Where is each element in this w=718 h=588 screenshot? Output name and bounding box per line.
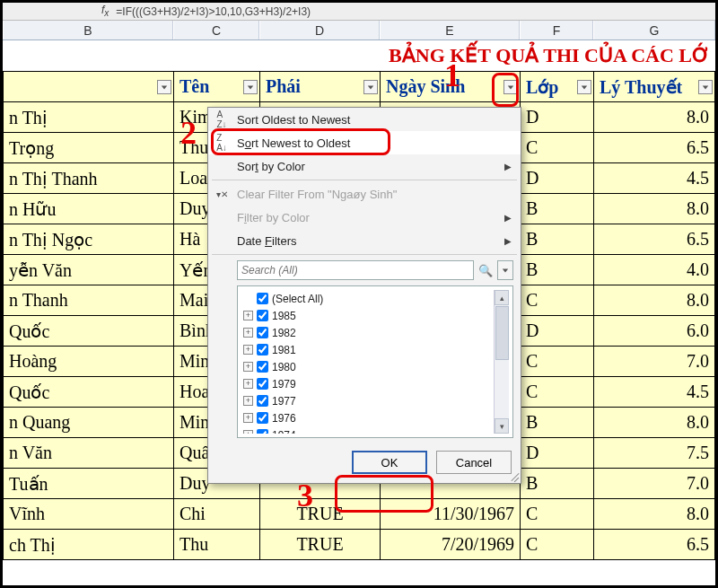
expand-icon[interactable]: + bbox=[243, 362, 253, 372]
search-icon[interactable]: 🔍 bbox=[477, 264, 494, 277]
cell[interactable]: 4.0 bbox=[594, 255, 715, 285]
scroll-down-icon[interactable]: ▾ bbox=[495, 418, 509, 434]
expand-icon[interactable]: + bbox=[243, 396, 253, 406]
cell[interactable]: 7.5 bbox=[594, 438, 715, 469]
cell[interactable]: 8.0 bbox=[594, 102, 715, 133]
filter-btn-b[interactable] bbox=[157, 80, 171, 94]
resize-handle-icon[interactable] bbox=[508, 470, 519, 481]
filter-checkbox[interactable] bbox=[257, 327, 268, 338]
cell[interactable]: Chi bbox=[174, 499, 260, 530]
cell[interactable]: 8.0 bbox=[594, 408, 715, 438]
filter-btn-lythuyet[interactable] bbox=[698, 80, 713, 94]
header-ten[interactable]: Tên bbox=[174, 72, 260, 102]
table-row[interactable]: VĩnhChiTRUE11/30/1967C8.0 bbox=[4, 499, 715, 530]
filter-value-item[interactable]: +1981 bbox=[241, 341, 494, 358]
sort-by-color-item[interactable]: Sort by Color ▶ bbox=[208, 154, 521, 178]
sort-newest-item[interactable]: ZA↓ Sort Newest to Oldest bbox=[208, 131, 521, 154]
filter-value-item[interactable]: +1977 bbox=[241, 392, 494, 409]
search-input[interactable] bbox=[237, 260, 474, 280]
filter-checkbox[interactable] bbox=[257, 293, 268, 304]
filter-checkbox[interactable] bbox=[257, 310, 268, 321]
cell[interactable]: C bbox=[521, 347, 594, 377]
cell[interactable]: Quốc bbox=[4, 377, 174, 408]
cell[interactable]: 4.5 bbox=[594, 377, 715, 408]
filter-checkbox[interactable] bbox=[257, 429, 268, 434]
col-header-C[interactable]: C bbox=[173, 21, 259, 39]
list-scrollbar[interactable]: ▴ ▾ bbox=[494, 290, 509, 434]
filter-checkbox[interactable] bbox=[257, 344, 268, 355]
cell[interactable]: Quốc bbox=[4, 316, 174, 347]
cell[interactable]: 4.5 bbox=[594, 163, 715, 194]
filter-value-item[interactable]: +1982 bbox=[241, 324, 494, 341]
cell[interactable]: n Hữu bbox=[4, 194, 174, 224]
cell[interactable]: n Thị Ngọc bbox=[4, 224, 174, 255]
filter-value-item[interactable]: +1980 bbox=[241, 358, 494, 375]
scroll-thumb[interactable] bbox=[495, 306, 509, 360]
cell[interactable]: n Văn bbox=[4, 438, 174, 469]
cell[interactable]: 6.5 bbox=[594, 224, 715, 255]
filter-value-item[interactable]: +1974 bbox=[241, 426, 494, 434]
cell[interactable]: C bbox=[521, 499, 594, 530]
cell[interactable]: Tuấn bbox=[4, 469, 174, 499]
expand-icon[interactable]: + bbox=[243, 430, 253, 434]
filter-checkbox[interactable] bbox=[257, 378, 268, 390]
cell[interactable]: D bbox=[521, 316, 594, 347]
expand-icon[interactable]: + bbox=[243, 345, 253, 355]
col-header-F[interactable]: F bbox=[520, 21, 593, 39]
expand-icon[interactable]: + bbox=[243, 413, 253, 423]
cell[interactable]: n Thanh bbox=[4, 285, 174, 316]
cell[interactable]: 6.0 bbox=[594, 316, 715, 347]
expand-icon[interactable]: + bbox=[243, 379, 253, 389]
cancel-button[interactable]: Cancel bbox=[436, 451, 512, 474]
filter-value-item[interactable]: +1979 bbox=[241, 375, 494, 392]
filter-value-item[interactable]: (Select All) bbox=[241, 290, 494, 307]
cell[interactable]: B bbox=[521, 194, 594, 224]
cell[interactable]: 8.0 bbox=[594, 194, 715, 224]
cell[interactable]: n Quang bbox=[4, 408, 174, 438]
cell[interactable]: Vĩnh bbox=[4, 499, 174, 530]
expand-icon[interactable]: + bbox=[243, 311, 253, 320]
cell[interactable]: B bbox=[521, 224, 594, 255]
date-filters-item[interactable]: Date Filters ▶ bbox=[208, 229, 521, 252]
scroll-up-icon[interactable]: ▴ bbox=[495, 290, 509, 305]
cell[interactable]: ch Thị bbox=[4, 530, 174, 560]
cell[interactable]: B bbox=[521, 408, 594, 438]
cell[interactable]: C bbox=[521, 530, 594, 560]
col-header-D[interactable]: D bbox=[259, 21, 380, 39]
cell[interactable]: Trọng bbox=[4, 133, 174, 163]
header-lop[interactable]: Lớp bbox=[521, 72, 594, 102]
cell[interactable]: D bbox=[521, 102, 594, 133]
cell[interactable]: 11/30/1967 bbox=[381, 499, 521, 530]
filter-btn-ten[interactable] bbox=[243, 80, 258, 94]
ok-button[interactable]: OK bbox=[352, 451, 427, 474]
header-ngaysinh[interactable]: Ngày Sinh bbox=[381, 72, 521, 102]
filter-btn-lop[interactable] bbox=[577, 80, 591, 94]
col-header-E[interactable]: E bbox=[380, 21, 520, 39]
cell[interactable]: 8.0 bbox=[594, 285, 715, 316]
cell[interactable]: 7/20/1969 bbox=[381, 530, 521, 560]
filter-checkbox[interactable] bbox=[257, 361, 268, 373]
cell[interactable]: C bbox=[521, 133, 594, 163]
cell[interactable]: n Thị bbox=[4, 102, 174, 133]
cell[interactable]: 7.0 bbox=[594, 347, 715, 377]
cell[interactable]: 6.5 bbox=[594, 133, 715, 163]
cell[interactable]: Thu bbox=[174, 530, 260, 560]
header-b[interactable] bbox=[4, 72, 174, 102]
search-dropdown-btn[interactable] bbox=[497, 260, 513, 280]
filter-value-item[interactable]: +1985 bbox=[241, 307, 494, 324]
filter-btn-phai[interactable] bbox=[363, 80, 378, 94]
col-header-G[interactable]: G bbox=[593, 21, 715, 39]
cell[interactable]: yễn Văn bbox=[4, 255, 174, 285]
cell[interactable]: B bbox=[521, 469, 594, 499]
cell[interactable]: D bbox=[521, 163, 594, 194]
cell[interactable]: 6.5 bbox=[594, 530, 715, 560]
filter-value-item[interactable]: +1976 bbox=[241, 409, 494, 426]
formula-text[interactable]: =IF(((G3+H3)/2+I3)>10,10,G3+H3)/2+I3) bbox=[116, 5, 311, 18]
cell[interactable]: D bbox=[521, 438, 594, 469]
cell[interactable]: C bbox=[521, 377, 594, 408]
expand-icon[interactable]: + bbox=[243, 328, 253, 338]
cell[interactable]: 7.0 bbox=[594, 469, 715, 499]
cell[interactable]: n Thị Thanh bbox=[4, 163, 174, 194]
cell[interactable]: B bbox=[521, 255, 594, 285]
table-row[interactable]: ch ThịThuTRUE7/20/1969C6.5 bbox=[4, 530, 715, 560]
